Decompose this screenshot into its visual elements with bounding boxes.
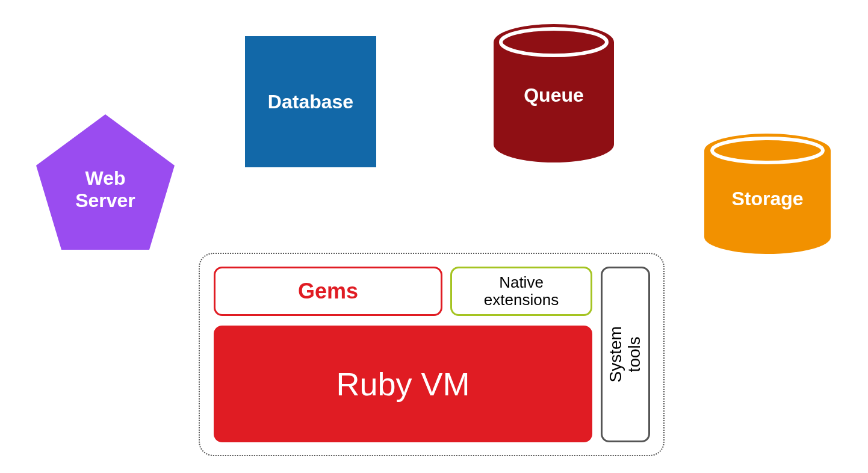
storage-shape: Storage — [704, 134, 831, 254]
native-extensions-label: Nativeextensions — [484, 274, 559, 308]
gems-box: Gems — [214, 267, 442, 316]
web-server-label: WebServer — [36, 167, 175, 212]
system-tools-label: Systemtools — [607, 326, 644, 382]
gems-label: Gems — [298, 279, 358, 304]
queue-label: Queue — [494, 84, 614, 107]
web-server-shape: WebServer — [36, 114, 175, 250]
native-extensions-box: Nativeextensions — [450, 267, 592, 316]
queue-shape: Queue — [494, 24, 614, 162]
system-tools-box: Systemtools — [601, 267, 650, 442]
ruby-vm-label: Ruby VM — [336, 365, 470, 403]
database-shape: Database — [245, 36, 376, 167]
database-label: Database — [268, 91, 353, 113]
storage-label: Storage — [704, 188, 831, 210]
ruby-vm-box: Ruby VM — [214, 326, 592, 442]
